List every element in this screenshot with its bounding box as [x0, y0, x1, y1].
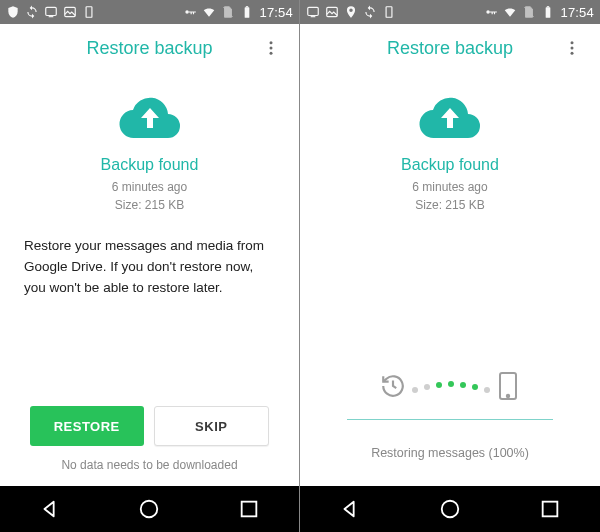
- button-row: RESTORE SKIP: [18, 406, 281, 458]
- backup-found-title: Backup found: [101, 156, 199, 174]
- nav-home-button[interactable]: [426, 486, 474, 532]
- content: Backup found 6 minutes ago Size: 215 KB …: [0, 72, 299, 486]
- battery-icon: [240, 5, 254, 19]
- transfer-illustration: [318, 371, 582, 401]
- progress-line: [347, 419, 553, 421]
- status-time: 17:54: [259, 5, 293, 20]
- footnote: No data needs to be downloaded: [61, 458, 237, 486]
- status-left: [306, 5, 484, 19]
- location-icon: [344, 5, 358, 19]
- nav-home-button[interactable]: [125, 486, 173, 532]
- svg-point-19: [571, 52, 574, 55]
- svg-point-18: [571, 47, 574, 50]
- key-icon: [183, 5, 197, 19]
- image-icon: [325, 5, 339, 19]
- svg-rect-11: [308, 7, 319, 15]
- battery-icon: [541, 5, 555, 19]
- restore-button[interactable]: RESTORE: [30, 406, 144, 446]
- more-button[interactable]: [552, 24, 592, 72]
- svg-point-8: [270, 52, 273, 55]
- device-icon: [82, 5, 96, 19]
- message-icon: [44, 5, 58, 19]
- no-sim-icon: [221, 5, 235, 19]
- page-title: Restore backup: [86, 38, 212, 59]
- phone-icon: [496, 371, 520, 401]
- status-bar: 17:54: [300, 0, 600, 24]
- backup-found-title: Backup found: [401, 156, 499, 174]
- status-right: 17:54: [484, 5, 594, 20]
- image-icon: [63, 5, 77, 19]
- wifi-icon: [503, 5, 517, 19]
- nav-recent-button[interactable]: [225, 486, 273, 532]
- backup-time: 6 minutes ago: [412, 178, 487, 196]
- app-bar: Restore backup: [0, 24, 299, 72]
- progress-text: Restoring messages (100%): [371, 446, 529, 486]
- restore-prompt: Restore your messages and media from Goo…: [18, 236, 281, 299]
- status-right: 17:54: [183, 5, 293, 20]
- svg-point-14: [487, 10, 491, 14]
- cloud-upload-icon: [118, 94, 182, 142]
- phone-right: 17:54 Restore backup Backup found 6 minu…: [300, 0, 600, 532]
- svg-rect-23: [543, 502, 558, 517]
- nav-bar: [0, 486, 299, 532]
- status-left: [6, 5, 183, 19]
- svg-rect-2: [86, 7, 92, 18]
- history-icon: [380, 373, 406, 399]
- nav-recent-button[interactable]: [526, 486, 574, 532]
- content: Backup found 6 minutes ago Size: 215 KB …: [300, 72, 600, 486]
- sync-icon: [363, 5, 377, 19]
- svg-rect-0: [46, 7, 57, 15]
- status-time: 17:54: [560, 5, 594, 20]
- backup-meta: 6 minutes ago Size: 215 KB: [412, 178, 487, 214]
- key-icon: [484, 5, 498, 19]
- sync-icon: [25, 5, 39, 19]
- svg-rect-10: [242, 502, 257, 517]
- backup-size: Size: 215 KB: [412, 196, 487, 214]
- svg-point-22: [442, 501, 459, 518]
- shield-icon: [6, 5, 20, 19]
- svg-rect-5: [246, 6, 248, 7]
- nav-bar: [300, 486, 600, 532]
- transfer-dots: [412, 383, 490, 389]
- svg-point-3: [186, 10, 190, 14]
- backup-time: 6 minutes ago: [112, 178, 187, 196]
- svg-point-17: [571, 41, 574, 44]
- cloud-upload-icon: [418, 94, 482, 142]
- more-button[interactable]: [251, 24, 291, 72]
- backup-meta: 6 minutes ago Size: 215 KB: [112, 178, 187, 214]
- svg-point-7: [270, 47, 273, 50]
- svg-rect-16: [547, 6, 549, 7]
- status-bar: 17:54: [0, 0, 299, 24]
- device-icon: [382, 5, 396, 19]
- svg-rect-4: [245, 7, 250, 17]
- app-bar: Restore backup: [300, 24, 600, 72]
- message-icon: [306, 5, 320, 19]
- wifi-icon: [202, 5, 216, 19]
- svg-point-21: [507, 394, 509, 396]
- svg-rect-13: [386, 7, 392, 18]
- skip-button[interactable]: SKIP: [154, 406, 270, 446]
- page-title: Restore backup: [387, 38, 513, 59]
- nav-back-button[interactable]: [326, 486, 374, 532]
- svg-point-6: [270, 41, 273, 44]
- backup-size: Size: 215 KB: [112, 196, 187, 214]
- phone-left: 17:54 Restore backup Backup found 6 minu…: [0, 0, 300, 532]
- svg-rect-15: [546, 7, 551, 17]
- stage: 17:54 Restore backup Backup found 6 minu…: [0, 0, 600, 532]
- svg-point-9: [141, 501, 158, 518]
- no-sim-icon: [522, 5, 536, 19]
- nav-back-button[interactable]: [26, 486, 74, 532]
